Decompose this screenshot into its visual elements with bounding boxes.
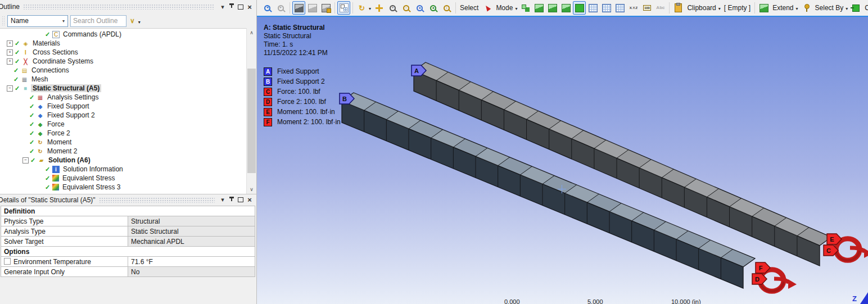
pan-icon[interactable] xyxy=(373,1,386,15)
viewport-canvas[interactable]: ABECFD xyxy=(257,17,868,304)
filter-type-select[interactable]: Name ▾ xyxy=(7,15,68,27)
coordinates-pick-icon[interactable]: X.Y.Z xyxy=(627,1,640,15)
tree-item-label: Solution (A6) xyxy=(47,156,92,164)
triad-axis-icon[interactable] xyxy=(860,292,868,304)
select-nodes-icon[interactable] xyxy=(586,1,599,15)
search-outline-input[interactable] xyxy=(70,15,126,27)
scroll-down-icon[interactable]: ∨ xyxy=(247,185,256,194)
dropdown-caret-icon[interactable]: ▾ xyxy=(718,6,721,11)
select-elements-icon[interactable] xyxy=(613,1,626,15)
expand-search-icon[interactable]: ∨ xyxy=(129,17,136,25)
close-icon[interactable]: × xyxy=(245,196,254,205)
details-value-environment-temperature[interactable]: 71.6 °F xyxy=(128,257,255,267)
tree-item-fixed-support[interactable]: ✓◆Fixed Support xyxy=(1,102,246,111)
tree-item-coordinate-systems[interactable]: +✓╳Coordinate Systems xyxy=(1,57,246,66)
zoom-fit-icon[interactable]: ● xyxy=(413,1,426,15)
zoom-fit-selection-icon[interactable]: ● xyxy=(427,1,440,15)
body-select-icon[interactable] xyxy=(573,1,586,15)
toolbar-label-select_by[interactable]: Select By xyxy=(813,4,846,12)
face-select-icon[interactable] xyxy=(559,1,572,15)
maximize-icon[interactable] xyxy=(236,196,245,205)
expander-icon[interactable]: − xyxy=(22,157,29,164)
toolbar-label-select[interactable]: Select xyxy=(458,4,480,12)
tree-item-force-2[interactable]: ✓◆Force 2 xyxy=(1,129,246,138)
tree-item-cross-sections[interactable]: +✓ICross Sections xyxy=(1,48,246,57)
select-cursor-icon[interactable] xyxy=(481,1,494,15)
tree-item-mesh[interactable]: ✓▦Mesh xyxy=(1,75,246,84)
box-zoom-icon[interactable]: ▫ xyxy=(400,1,413,15)
tree-item-connections[interactable]: ✓▤Connections xyxy=(1,66,246,75)
tree-item-solution-information[interactable]: ✓iSolution Information xyxy=(1,165,246,174)
details-value-analysis-type[interactable]: Static Structural xyxy=(128,226,255,237)
rotate-icon[interactable]: ↻ xyxy=(355,1,368,15)
dropdown-caret-icon[interactable]: ▾ xyxy=(796,6,798,11)
select-by-icon[interactable] xyxy=(800,1,813,15)
zoom-next-icon[interactable]: ▸ xyxy=(274,1,287,15)
dropdown-caret-icon[interactable]: ▾ xyxy=(846,6,848,11)
dropdown-caret-icon[interactable]: ▾ xyxy=(369,6,371,11)
expander-icon[interactable]: − xyxy=(7,85,13,92)
expander-icon[interactable]: + xyxy=(7,58,13,65)
edge-select-icon[interactable] xyxy=(546,1,559,15)
toolbar-separator xyxy=(754,2,755,13)
zoom-in-icon[interactable]: + xyxy=(386,1,399,15)
outline-toolbar-grip[interactable] xyxy=(2,16,5,26)
panel-options-icon[interactable]: ▾ xyxy=(218,196,227,205)
legend-item-C: CForce: 100. lbf xyxy=(264,87,341,97)
extend-icon[interactable] xyxy=(757,1,770,15)
pin-icon[interactable] xyxy=(227,196,236,205)
check-ok-icon: ✓ xyxy=(29,148,35,155)
toolbar-label-mode[interactable]: Mode xyxy=(494,4,514,12)
section-plane-icon[interactable] xyxy=(319,1,332,15)
tree-item-static-structural-a5[interactable]: −✓≡Static Structural (A5) xyxy=(1,84,246,93)
tree-item-label: Moment 2 xyxy=(46,147,79,155)
details-value-generate-input-only[interactable]: No xyxy=(128,267,255,277)
expander-icon[interactable]: + xyxy=(7,40,13,47)
toolbar-label-clipboard[interactable]: Clipboard xyxy=(685,4,717,12)
tree-item-fixed-support-2[interactable]: ✓◆Fixed Support 2 xyxy=(1,111,246,120)
tree-item-analysis-settings[interactable]: ✓▦Analysis Settings xyxy=(1,93,246,102)
show-mesh-icon[interactable] xyxy=(337,1,350,15)
zoom-scroll-icon[interactable]: ↕ xyxy=(440,1,453,15)
zoom-previous-icon[interactable]: ◂ xyxy=(261,1,274,15)
panel-options-icon[interactable]: ▾ xyxy=(218,2,227,11)
details-row-solver-target: Solver TargetMechanical APDL xyxy=(1,237,255,247)
tree-item-moment-2[interactable]: ✓↻Moment 2 xyxy=(1,147,246,156)
tree-item-moment[interactable]: ✓↻Moment xyxy=(1,138,246,147)
expander-icon[interactable]: + xyxy=(7,49,13,56)
close-icon[interactable]: × xyxy=(245,2,254,11)
cross-sections-icon: I xyxy=(22,49,29,56)
toolbar-label-extend[interactable]: Extend xyxy=(771,4,795,12)
shaded-exterior-and-edges-icon[interactable] xyxy=(292,1,305,15)
select-element-faces-icon[interactable] xyxy=(600,1,613,15)
details-value-solver-target[interactable]: Mechanical APDL xyxy=(128,237,255,247)
tree-item-commands-apdl[interactable]: ✓CCommands (APDL) xyxy=(1,30,246,39)
tree-item-equivalent-stress[interactable]: ✓Equivalent Stress xyxy=(1,174,246,183)
select-mode-icon[interactable] xyxy=(519,1,532,15)
outline-scrollbar[interactable]: ∧ ∨ xyxy=(246,28,256,194)
snap-pick-icon[interactable]: 100 xyxy=(640,1,653,15)
details-value-physics-type[interactable]: Structural xyxy=(128,216,255,226)
tree-item-materials[interactable]: +✓◈Materials xyxy=(1,39,246,48)
scroll-up-icon[interactable]: ∧ xyxy=(247,28,256,37)
viewport[interactable]: ABECFD A: Static Structural Static Struc… xyxy=(257,17,868,304)
toolbar-label-empty[interactable]: [ Empty ] xyxy=(722,4,752,12)
vertex-select-icon[interactable] xyxy=(532,1,545,15)
legend-text-D: Force 2: 100. lbf xyxy=(277,98,326,106)
toolbar-label-convert[interactable]: Convert xyxy=(863,4,868,12)
dropdown-caret-icon[interactable]: ▾ xyxy=(515,6,517,11)
convert-icon[interactable] xyxy=(849,1,862,15)
clipboard-icon[interactable] xyxy=(672,1,685,15)
search-options-caret-icon[interactable]: ▾ xyxy=(138,20,141,25)
checkbox-environment-temperature[interactable] xyxy=(4,258,11,265)
tree-item-force[interactable]: ✓◆Force xyxy=(1,120,246,129)
tree-item-solution-a6[interactable]: −✓▰Solution (A6) xyxy=(1,156,246,165)
tree-item-equivalent-stress-3[interactable]: ✓Equivalent Stress 3 xyxy=(1,183,246,192)
label-tool-icon[interactable]: Abc xyxy=(654,1,667,15)
connections-icon: ▤ xyxy=(21,67,28,74)
scrollbar-thumb[interactable] xyxy=(247,69,256,173)
pin-icon[interactable] xyxy=(227,2,236,11)
tree-item-label: Coordinate Systems xyxy=(31,57,95,65)
maximize-icon[interactable] xyxy=(236,2,245,11)
shaded-exterior-icon[interactable] xyxy=(306,1,319,15)
